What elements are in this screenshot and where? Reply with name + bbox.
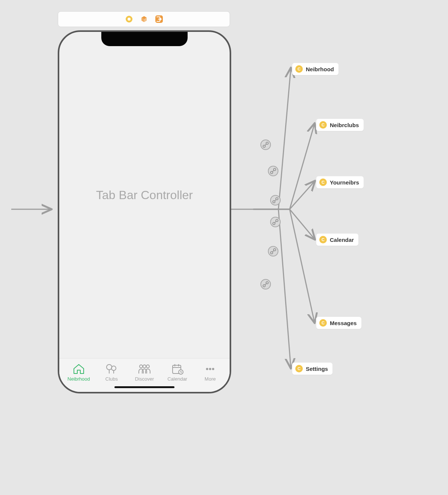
segue-marker — [268, 246, 278, 256]
node-label: Settings — [306, 366, 328, 372]
dest-settings[interactable]: C Settings — [292, 362, 333, 375]
storyboard-canvas: Tab Bar Controller Neibrhood Clubs — [0, 0, 448, 495]
svg-line-4 — [265, 144, 266, 146]
svg-line-16 — [272, 250, 274, 252]
object-cube-icon[interactable] — [140, 15, 148, 23]
controller-dot-icon: C — [319, 178, 327, 186]
tab-label: Calendar — [167, 376, 187, 382]
home-indicator — [114, 386, 174, 388]
segue-marker — [268, 166, 278, 176]
tab-discover[interactable]: Discover — [129, 363, 159, 382]
segue-exit-icon[interactable] — [155, 15, 163, 23]
controller-dot-icon: C — [319, 236, 327, 243]
svg-line-7 — [272, 170, 274, 172]
svg-point-34 — [212, 368, 214, 370]
tab-clubs[interactable]: Clubs — [96, 363, 126, 382]
house-icon — [72, 363, 85, 375]
people-icon — [138, 363, 151, 375]
svg-point-32 — [206, 368, 208, 370]
controller-dot-icon: C — [319, 319, 327, 327]
dest-yourneibrs[interactable]: C Yourneibrs — [316, 176, 364, 189]
svg-line-19 — [265, 284, 266, 285]
svg-point-24 — [140, 365, 143, 368]
dots-icon — [204, 363, 216, 375]
dest-messages[interactable]: C Messages — [316, 316, 362, 329]
node-label: Messages — [330, 320, 357, 326]
scene-title-label: Tab Bar Controller — [96, 188, 193, 202]
segue-marker — [270, 217, 281, 227]
svg-point-26 — [146, 365, 149, 368]
svg-point-21 — [128, 18, 131, 21]
tab-calendar[interactable]: Calendar — [162, 363, 192, 382]
calendar-icon — [171, 363, 184, 375]
controller-dot-icon: C — [295, 65, 303, 73]
node-label: Neibrhood — [306, 66, 334, 72]
tab-label: Clubs — [105, 376, 118, 382]
dest-calendar[interactable]: C Calendar — [316, 233, 359, 246]
svg-point-22 — [107, 364, 112, 370]
segue-marker — [270, 195, 281, 206]
segue-marker — [260, 279, 271, 290]
scene-title: Tab Bar Controller — [59, 32, 230, 358]
controller-dot-icon: C — [319, 121, 327, 129]
controller-circle-icon[interactable] — [125, 15, 133, 23]
node-label: Yourneibrs — [330, 179, 359, 186]
svg-point-33 — [209, 368, 211, 370]
svg-point-25 — [143, 365, 146, 368]
tab-neibrhood[interactable]: Neibrhood — [64, 363, 94, 382]
controller-dot-icon: C — [295, 365, 303, 372]
scene-toolbar[interactable] — [58, 11, 230, 27]
svg-point-23 — [111, 366, 116, 370]
tab-label: Discover — [135, 376, 154, 382]
node-label: Neibrclubs — [330, 122, 359, 128]
dest-neibrhood[interactable]: C Neibrhood — [292, 63, 339, 75]
svg-line-10 — [275, 200, 276, 201]
dest-neibrclubs[interactable]: C Neibrclubs — [316, 118, 364, 131]
node-label: Calendar — [330, 237, 354, 243]
tab-label: More — [204, 376, 216, 382]
tab-more[interactable]: More — [195, 363, 225, 382]
segue-marker — [260, 140, 271, 150]
svg-line-13 — [275, 221, 276, 223]
tab-label: Neibrhood — [68, 376, 90, 382]
tree-icon — [105, 363, 118, 375]
tab-bar-controller-scene[interactable]: Tab Bar Controller Neibrhood Clubs — [58, 30, 231, 393]
